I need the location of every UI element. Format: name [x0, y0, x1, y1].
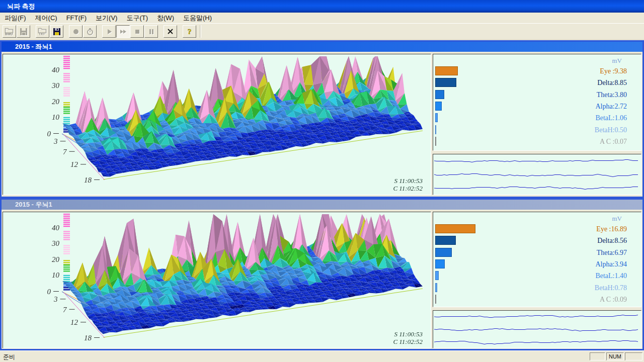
- timer-button[interactable]: [83, 25, 97, 38]
- band-bar: [435, 125, 436, 134]
- menu-item-file[interactable]: 파일(F): [0, 13, 31, 24]
- record-button[interactable]: [69, 25, 83, 38]
- status-cell-empty-2: [625, 352, 642, 360]
- band-bar: [435, 271, 439, 280]
- panel-titlebar[interactable]: 2015 - 좌뇌1: [2, 42, 642, 52]
- start-timestamp: S 11:00:53: [393, 177, 423, 185]
- band-label: Alpha:2.72: [567, 103, 627, 111]
- band-label: Theta:6.97: [567, 249, 627, 257]
- help-icon: ?: [186, 28, 193, 36]
- band-row-Alpha: Alpha:3.94: [433, 259, 641, 269]
- band-label: BetaH:0.78: [567, 284, 627, 292]
- band-label: BetaL:1.40: [567, 272, 627, 280]
- band-bar: [435, 283, 437, 292]
- menu-item-help[interactable]: 도움말(H): [179, 13, 216, 24]
- svg-text:TXT: TXT: [39, 32, 45, 36]
- band-row-Eye: Eye :9.38: [433, 66, 641, 76]
- unit-label: mV: [612, 215, 622, 223]
- menu-item-view[interactable]: 보기(V): [91, 13, 122, 24]
- panel-title: 2015 - 우뇌1: [15, 201, 52, 208]
- timestamps: S 11:00:53 C 11:02:52: [393, 177, 423, 192]
- statusbar: 준비 NUM: [0, 350, 644, 362]
- band-amplitude-box: mV Eye :9.38Delta:8.85Theta:3.80Alpha:2.…: [433, 54, 641, 151]
- panel-titlebar[interactable]: 2015 - 우뇌1: [2, 200, 642, 210]
- band-row-BetaH: BetaH:0.50: [433, 125, 641, 135]
- band-label: Delta:8.56: [567, 237, 627, 245]
- band-bar: [435, 248, 452, 257]
- toolbar: BWDTXT?: [0, 24, 644, 40]
- band-bar: [435, 90, 444, 99]
- band-label: Eye :9.38: [567, 67, 627, 75]
- band-row-Delta: Delta:8.85: [433, 78, 641, 88]
- folder-bwd-icon: BWD: [5, 27, 14, 36]
- band-row-AC: A C :0.09: [433, 295, 641, 305]
- surface-3d-canvas: [3, 54, 431, 195]
- trend-canvas: [433, 311, 641, 348]
- open-bwd-button[interactable]: BWD: [3, 25, 16, 38]
- band-row-Alpha: Alpha:2.72: [433, 102, 641, 112]
- panel-title: 2015 - 좌뇌1: [15, 43, 52, 50]
- play-button[interactable]: [102, 25, 116, 38]
- band-bar: [435, 66, 458, 75]
- fast-forward-button[interactable]: [116, 25, 130, 38]
- current-timestamp: C 11:02:52: [393, 185, 423, 192]
- panel-body: S 11:00:53 C 11:02:52 mV Eye :16.89Delta…: [2, 210, 642, 349]
- band-row-Theta: Theta:3.80: [433, 90, 641, 100]
- panel-right-brain: 2015 - 우뇌1 S 11:00:53 C 11:02:52 mV Eye …: [0, 198, 644, 350]
- band-bar: [435, 113, 438, 122]
- menu-item-tools[interactable]: 도구(T): [122, 13, 152, 24]
- record-icon: [72, 28, 79, 35]
- menu-item-fft[interactable]: FFT(F): [62, 13, 91, 23]
- band-row-Eye: Eye :16.89: [433, 224, 641, 234]
- pause-icon: [148, 28, 155, 35]
- band-label: Alpha:3.94: [567, 260, 627, 268]
- svg-text:BWD: BWD: [5, 32, 13, 36]
- trend-box: [433, 310, 641, 348]
- help-button[interactable]: ?: [183, 25, 196, 38]
- trend-canvas: [433, 154, 641, 195]
- band-bar: [435, 236, 456, 245]
- band-label: Delta:8.85: [567, 79, 627, 87]
- window-titlebar[interactable]: 뇌파 측정: [0, 0, 644, 13]
- band-row-BetaH: BetaH:0.78: [433, 283, 641, 293]
- band-row-BetaL: BetaL:1.06: [433, 113, 641, 123]
- play-icon: [106, 28, 113, 35]
- close-x-icon: [167, 28, 174, 35]
- band-row-AC: A C :0.07: [433, 137, 641, 147]
- band-bar: [435, 78, 456, 87]
- pause-button[interactable]: [144, 25, 158, 38]
- band-bar: [435, 295, 436, 304]
- current-timestamp: C 11:02:52: [393, 338, 423, 345]
- close-button[interactable]: [164, 25, 177, 38]
- surface-3d-canvas: [3, 212, 431, 348]
- start-timestamp: S 11:00:53: [393, 330, 423, 338]
- window-title: 뇌파 측정: [7, 2, 35, 11]
- save-bwd-button[interactable]: [17, 25, 30, 38]
- band-label: A C :0.09: [567, 296, 627, 304]
- open-txt-button[interactable]: TXT: [36, 25, 49, 38]
- status-ready-text: 준비: [3, 353, 15, 361]
- band-label: Theta:3.80: [567, 91, 627, 99]
- save-txt-button[interactable]: [50, 25, 63, 38]
- band-bar: [435, 102, 442, 111]
- toolbar-separator: [200, 25, 201, 38]
- band-label: BetaH:0.50: [567, 126, 627, 134]
- band-label: A C :0.07: [567, 138, 627, 146]
- stop-button[interactable]: [130, 25, 144, 38]
- menu-item-control[interactable]: 제어(C): [31, 13, 62, 24]
- disk-icon: [20, 28, 28, 36]
- timestamps: S 11:00:53 C 11:02:52: [393, 330, 423, 345]
- trend-box: [433, 154, 641, 195]
- band-amplitude-box: mV Eye :16.89Delta:8.56Theta:6.97Alpha:3…: [433, 212, 641, 307]
- band-bar: [435, 259, 445, 268]
- panel-left-brain: 2015 - 좌뇌1 S 11:00:53 C 11:02:52 mV Eye …: [0, 40, 644, 198]
- status-num-indicator: NUM: [606, 352, 624, 360]
- band-row-Theta: Theta:6.97: [433, 248, 641, 258]
- band-row-BetaL: BetaL:1.40: [433, 271, 641, 281]
- menu-item-window[interactable]: 창(W): [152, 13, 179, 24]
- fast-forward-icon: [119, 28, 127, 35]
- stopwatch-icon: [86, 28, 94, 36]
- svg-text:?: ?: [188, 28, 192, 36]
- panel-body: S 11:00:53 C 11:02:52 mV Eye :9.38Delta:…: [2, 52, 642, 197]
- folder-txt-icon: TXT: [38, 27, 47, 36]
